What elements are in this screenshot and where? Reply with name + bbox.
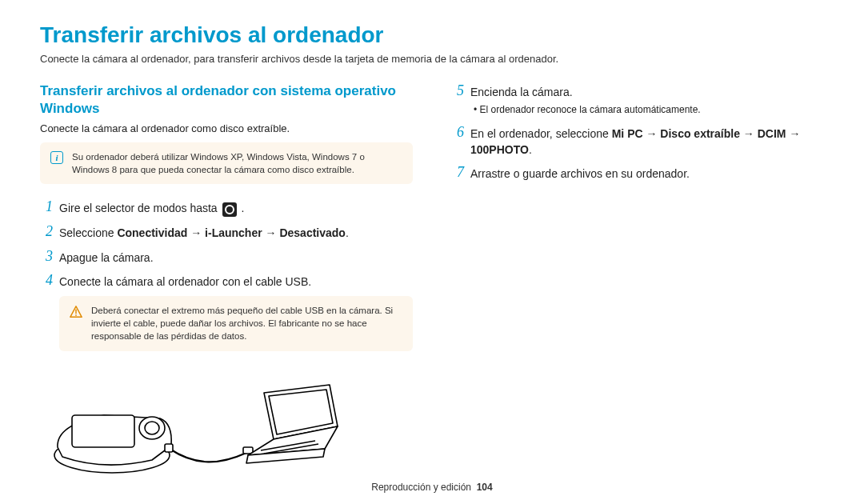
step-text: Seleccione Conectividad → i-Launcher → D…	[59, 223, 413, 241]
svg-rect-3	[72, 415, 134, 447]
step-number: 5	[451, 82, 464, 100]
info-note: i Su ordenador deberá utilizar Windows X…	[40, 142, 413, 184]
step-5: 5 Encienda la cámara. El ordenador recon…	[451, 82, 824, 118]
step-6: 6 En el ordenador, seleccione Mi PC → Di…	[451, 124, 824, 158]
warning-note: Deberá conectar el extremo más pequeño d…	[59, 296, 413, 350]
footer-section: Reproducción y edición	[371, 482, 471, 493]
step-number: 6	[451, 124, 464, 142]
svg-point-5	[145, 422, 159, 434]
step-3: 3 Apague la cámara.	[40, 248, 413, 266]
page-title: Transferir archivos al ordenador	[40, 22, 824, 48]
left-column: Transferir archivos al ordenador con sis…	[40, 82, 413, 484]
step-4: 4 Conecte la cámara al ordenador con el …	[40, 272, 413, 290]
steps-right: 5 Encienda la cámara. El ordenador recon…	[451, 82, 824, 182]
page-footer: Reproducción y edición 104	[0, 482, 864, 493]
camera-laptop-illustration	[40, 377, 344, 481]
right-column: 5 Encienda la cámara. El ordenador recon…	[451, 82, 824, 484]
info-icon: i	[50, 151, 64, 164]
step-text: En el ordenador, seleccione Mi PC → Disc…	[470, 124, 824, 158]
step-2: 2 Seleccione Conectividad → i-Launcher →…	[40, 223, 413, 241]
step-text: Conecte la cámara al ordenador con el ca…	[59, 272, 413, 290]
step-substep: El ordenador reconoce la cámara automáti…	[470, 103, 824, 117]
content-columns: Transferir archivos al ordenador con sis…	[40, 82, 824, 484]
step-number: 2	[40, 223, 53, 241]
info-note-text: Su ordenador deberá utilizar Windows XP,…	[72, 150, 403, 176]
step-number: 4	[40, 272, 53, 290]
step-number: 7	[451, 164, 464, 182]
svg-rect-6	[165, 444, 173, 452]
step-text: Apague la cámara.	[59, 248, 413, 266]
step-text: Arrastre o guarde archivos en su ordenad…	[470, 164, 824, 182]
step-text: Gire el selector de modos hasta .	[59, 198, 413, 217]
warning-note-text: Deberá conectar el extremo más pequeño d…	[91, 304, 403, 342]
page-intro: Conecte la cámara al ordenador, para tra…	[40, 53, 824, 65]
steps-left: 1 Gire el selector de modos hasta . 2 Se…	[40, 198, 413, 290]
section-subintro: Conecte la cámara al ordenador como disc…	[40, 122, 413, 134]
svg-point-1	[75, 314, 77, 316]
step-7: 7 Arrastre o guarde archivos en su orden…	[451, 164, 824, 182]
footer-page-number: 104	[477, 482, 493, 493]
step-number: 1	[40, 198, 53, 216]
mode-dial-icon	[222, 202, 237, 217]
step-1: 1 Gire el selector de modos hasta .	[40, 198, 413, 217]
step-number: 3	[40, 248, 53, 266]
section-subtitle: Transferir archivos al ordenador con sis…	[40, 82, 413, 118]
step-text: Encienda la cámara. El ordenador reconoc…	[470, 82, 824, 118]
warning-icon	[69, 305, 83, 319]
